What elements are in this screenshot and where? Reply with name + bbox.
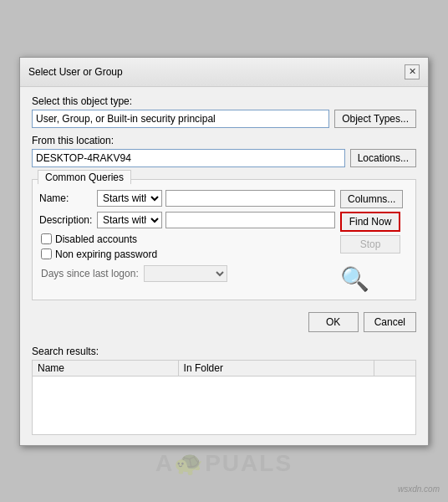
select-user-group-dialog: Select User or Group ✕ Select this objec… <box>19 57 429 446</box>
results-column-folder: In Folder <box>178 360 374 376</box>
dialog-body: Select this object type: Object Types...… <box>20 87 428 346</box>
disabled-accounts-row: Disabled accounts <box>41 233 335 245</box>
results-empty-row <box>33 376 416 434</box>
days-since-label: Days since last logon: <box>41 268 139 279</box>
common-queries-tab[interactable]: Common Queries <box>38 170 131 184</box>
common-queries-box: Common Queries Name: Starts with Descrip… <box>32 179 416 300</box>
object-types-button[interactable]: Object Types... <box>334 110 416 128</box>
name-starts-with-select[interactable]: Starts with <box>97 190 162 207</box>
location-row: Locations... <box>32 149 416 167</box>
cancel-button[interactable]: Cancel <box>364 312 416 332</box>
columns-button[interactable]: Columns... <box>340 190 403 208</box>
locations-button[interactable]: Locations... <box>350 149 416 167</box>
queries-content: Name: Starts with Description: Starts wi… <box>39 190 409 293</box>
ok-button[interactable]: OK <box>308 312 359 332</box>
find-now-button[interactable]: Find Now <box>340 212 400 232</box>
location-input[interactable] <box>32 149 345 167</box>
results-section: Search results: Name In Folder <box>20 346 428 438</box>
stop-button[interactable]: Stop <box>340 235 400 254</box>
queries-left: Name: Starts with Description: Starts wi… <box>39 190 335 293</box>
object-type-label: Select this object type: <box>32 95 416 107</box>
results-label: Search results: <box>32 346 416 357</box>
description-search-input[interactable] <box>165 212 335 228</box>
disabled-accounts-label: Disabled accounts <box>55 233 137 245</box>
appuals-watermark: A🐢PUALS <box>155 449 293 477</box>
dialog-title: Select User or Group <box>28 66 123 78</box>
object-type-row: Object Types... <box>32 110 416 128</box>
results-table: Name In Folder <box>32 360 416 435</box>
close-button[interactable]: ✕ <box>405 64 420 79</box>
magnifier-icon: 🔍 <box>340 265 369 293</box>
title-bar: Select User or Group ✕ <box>20 58 428 87</box>
non-expiring-row: Non expiring password <box>41 248 335 260</box>
disabled-accounts-checkbox[interactable] <box>41 233 52 244</box>
location-label: From this location: <box>32 135 416 146</box>
days-since-row: Days since last logon: <box>41 265 335 282</box>
location-section: From this location: Locations... <box>32 135 416 167</box>
description-label: Description: <box>39 214 94 226</box>
object-type-section: Select this object type: Object Types... <box>32 95 416 128</box>
search-icon-area: 🔍 <box>340 265 369 293</box>
description-starts-with-select[interactable]: Starts with <box>97 212 162 228</box>
results-column-empty <box>374 360 415 376</box>
name-label: Name: <box>39 192 94 204</box>
results-column-name: Name <box>33 360 179 376</box>
days-since-select[interactable] <box>144 265 227 282</box>
non-expiring-label: Non expiring password <box>55 248 157 260</box>
name-field-row: Name: Starts with <box>39 190 335 207</box>
name-search-input[interactable] <box>165 190 335 207</box>
ok-cancel-row: OK Cancel <box>32 309 416 337</box>
queries-right: Columns... Find Now Stop 🔍 <box>340 190 409 293</box>
non-expiring-checkbox[interactable] <box>41 248 52 259</box>
description-field-row: Description: Starts with <box>39 212 335 228</box>
object-type-input[interactable] <box>32 110 329 128</box>
site-watermark: wsxdn.com <box>398 484 440 494</box>
